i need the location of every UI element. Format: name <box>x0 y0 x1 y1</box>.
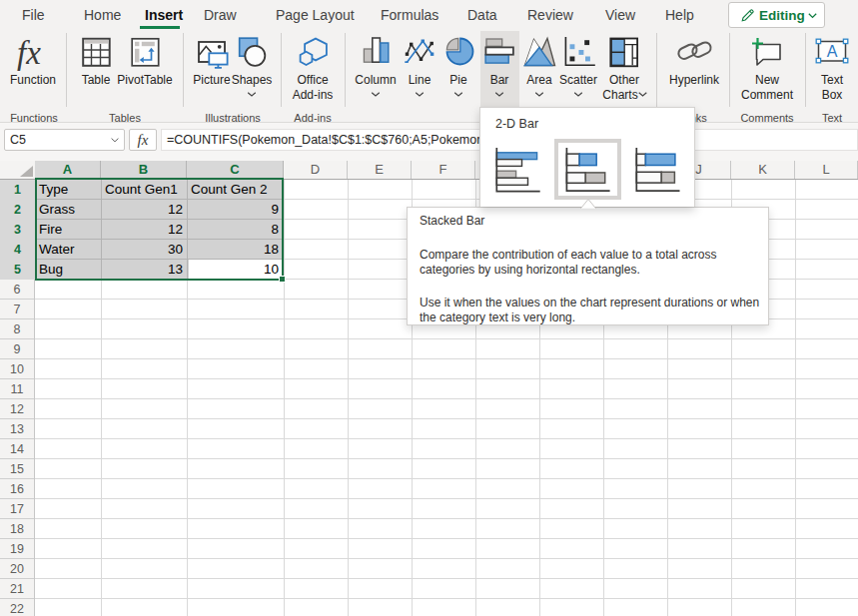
svg-text:A: A <box>827 43 838 60</box>
